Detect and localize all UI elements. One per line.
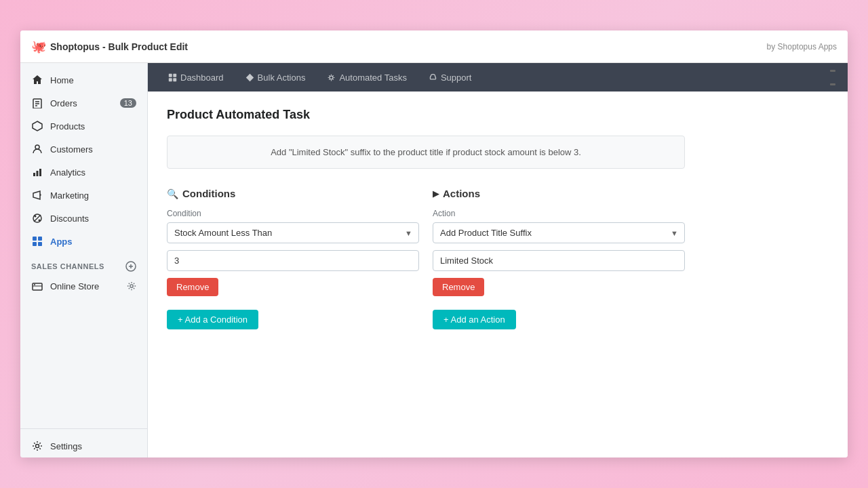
nav-item-bulk-actions[interactable]: Bulk Actions	[236, 68, 315, 87]
products-icon	[31, 120, 43, 132]
sidebar-item-discounts[interactable]: Discounts	[20, 207, 147, 230]
add-condition-button[interactable]: + Add a Condition	[167, 310, 258, 329]
svg-point-21	[130, 285, 133, 287]
condition-field-label: Condition	[167, 209, 419, 218]
sidebar-item-settings[interactable]: Settings	[20, 434, 147, 458]
sidebar-label-orders: Orders	[50, 98, 77, 108]
scroll-down-btn[interactable]	[830, 83, 835, 85]
page-inner: Product Automated Task Add "Limited Stoc…	[148, 92, 704, 346]
conditions-header: 🔍 Conditions	[167, 188, 419, 199]
sidebar-label-marketing: Marketing	[50, 190, 89, 201]
conditions-section: 🔍 Conditions Condition Stock Amount Less…	[167, 188, 419, 329]
sidebar-label-analytics: Analytics	[50, 167, 85, 178]
sidebar-item-marketing[interactable]: Marketing	[20, 184, 147, 207]
sidebar-item-online-store[interactable]: Online Store	[20, 274, 147, 298]
sidebar-item-home[interactable]: Home	[20, 68, 147, 92]
remove-condition-button[interactable]: Remove	[167, 278, 218, 296]
page-content: Product Automated Task Add "Limited Stoc…	[148, 92, 848, 458]
sidebar-label-customers: Customers	[50, 144, 93, 155]
sidebar-item-apps[interactable]: Apps	[20, 230, 147, 253]
discounts-icon	[31, 212, 43, 224]
svg-point-4	[35, 145, 39, 149]
customers-icon	[31, 143, 43, 155]
analytics-icon	[31, 166, 43, 178]
logo-icon: 🐙	[31, 39, 46, 54]
nav-item-automated-tasks[interactable]: Automated Tasks	[317, 68, 416, 87]
svg-point-20	[34, 284, 35, 285]
app-body: Home Orders 13 Products Customers	[20, 63, 848, 458]
svg-rect-5	[33, 173, 35, 176]
sidebar-item-products[interactable]: Products	[20, 115, 147, 138]
condition-select[interactable]: Stock Amount Less Than Stock Amount Grea…	[167, 222, 419, 243]
svg-rect-24	[173, 73, 176, 77]
settings-icon	[31, 440, 43, 452]
svg-rect-7	[39, 169, 41, 176]
action-select-wrapper: Add Product Title Suffix Add Product Tit…	[433, 222, 685, 243]
action-field-label: Action	[433, 209, 685, 218]
orders-badge: 13	[120, 98, 136, 108]
action-select[interactable]: Add Product Title Suffix Add Product Tit…	[433, 222, 685, 243]
svg-rect-14	[33, 242, 37, 246]
svg-rect-12	[33, 237, 37, 241]
add-action-button[interactable]: + Add an Action	[433, 310, 516, 329]
condition-value-input[interactable]	[167, 250, 419, 271]
app-attribution: by Shoptopus Apps	[767, 42, 837, 52]
conditions-actions-row: 🔍 Conditions Condition Stock Amount Less…	[167, 188, 685, 329]
sidebar-label-apps: Apps	[50, 237, 73, 247]
apps-icon	[31, 235, 43, 247]
nav-label-support: Support	[441, 73, 472, 83]
app-header: 🐙 Shoptopus - Bulk Product Edit by Shopt…	[20, 30, 848, 63]
actions-header: ▶ Actions	[433, 188, 685, 199]
home-icon	[31, 74, 43, 86]
app-name: Shoptopus - Bulk Product Edit	[50, 41, 188, 52]
nav-label-automated-tasks: Automated Tasks	[339, 73, 406, 83]
condition-select-wrapper: Stock Amount Less Than Stock Amount Grea…	[167, 222, 419, 243]
app-logo: 🐙 Shoptopus - Bulk Product Edit	[31, 39, 188, 54]
svg-rect-23	[169, 73, 172, 77]
nav-item-dashboard[interactable]: Dashboard	[159, 68, 233, 87]
sidebar-label-settings: Settings	[50, 441, 82, 451]
actions-section: ▶ Actions Action Add Product Title Suffi…	[433, 188, 685, 329]
actions-header-label: Actions	[443, 188, 480, 199]
svg-rect-26	[173, 78, 176, 81]
action-value-input[interactable]	[433, 250, 685, 271]
sales-channels-section: SALES CHANNELS	[20, 253, 147, 274]
svg-rect-25	[169, 78, 172, 81]
online-store-icon	[31, 280, 43, 292]
online-store-label: Online Store	[50, 281, 99, 291]
svg-rect-15	[38, 242, 42, 246]
svg-point-22	[36, 445, 39, 448]
task-description: Add "Limited Stock" suffix to the produc…	[167, 136, 685, 169]
nav-label-dashboard: Dashboard	[180, 73, 224, 83]
svg-rect-6	[37, 171, 39, 176]
actions-play-icon: ▶	[433, 189, 439, 199]
main-content: Dashboard Bulk Actions Automated Tasks S…	[148, 63, 848, 458]
sidebar-item-customers[interactable]: Customers	[20, 138, 147, 161]
top-nav: Dashboard Bulk Actions Automated Tasks S…	[148, 63, 848, 92]
remove-action-button[interactable]: Remove	[433, 278, 484, 296]
settings-cog-icon[interactable]	[127, 281, 136, 291]
sidebar-footer: Settings	[20, 428, 147, 458]
sales-channels-label: SALES CHANNELS	[31, 262, 104, 270]
sidebar-item-orders[interactable]: Orders 13	[20, 92, 147, 115]
sidebar-label-home: Home	[50, 75, 74, 85]
app-window: 🐙 Shoptopus - Bulk Product Edit by Shopt…	[20, 30, 848, 458]
sidebar-label-discounts: Discounts	[50, 214, 89, 224]
nav-item-support[interactable]: Support	[419, 68, 481, 87]
sidebar-label-products: Products	[50, 121, 85, 131]
svg-rect-13	[38, 237, 42, 241]
marketing-icon	[31, 189, 43, 201]
sidebar-item-analytics[interactable]: Analytics	[20, 161, 147, 184]
svg-rect-19	[33, 283, 42, 290]
scroll-up-btn[interactable]	[830, 70, 835, 72]
orders-icon	[31, 97, 43, 109]
sidebar: Home Orders 13 Products Customers	[20, 63, 148, 458]
page-title: Product Automated Task	[167, 108, 685, 122]
add-sales-channel-icon[interactable]	[125, 261, 136, 272]
svg-point-28	[330, 76, 334, 79]
nav-label-bulk-actions: Bulk Actions	[258, 73, 306, 83]
svg-marker-27	[245, 73, 253, 81]
conditions-header-label: Conditions	[182, 188, 235, 199]
conditions-search-icon: 🔍	[167, 188, 178, 199]
